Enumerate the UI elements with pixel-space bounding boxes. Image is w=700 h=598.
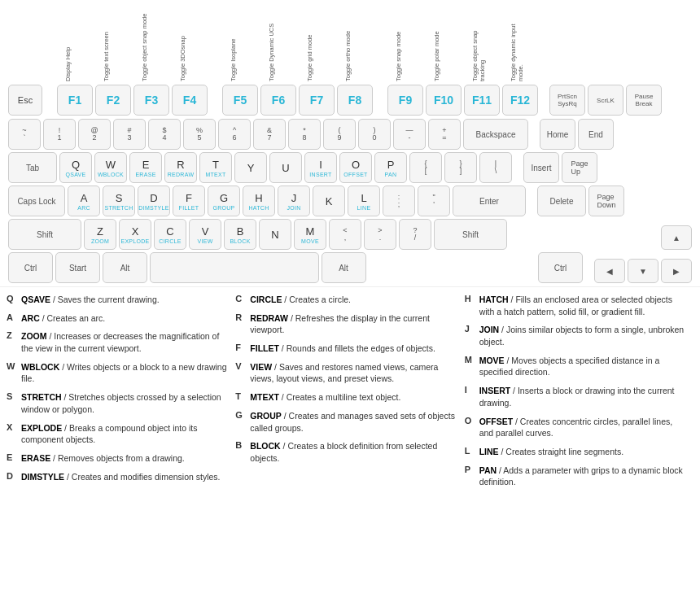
arrow-right-key[interactable]: ▶ [661, 259, 692, 283]
backspace-key[interactable]: Backspace [463, 119, 528, 150]
tab-key[interactable]: Tab [8, 152, 57, 183]
f10-key[interactable]: F10 [426, 85, 462, 116]
semicolon-key[interactable]: : ; [383, 186, 415, 216]
equals-key[interactable]: + = [428, 119, 461, 150]
z-key[interactable]: Z ZOOM [84, 219, 116, 250]
legend-a: A ARC / Creates an arc. [7, 312, 227, 325]
f4-key[interactable]: F4 [172, 85, 208, 116]
start-key[interactable]: Start [55, 252, 100, 283]
scrlk-key[interactable]: ScrLK [588, 85, 623, 116]
arrow-left-key[interactable]: ◀ [594, 259, 625, 283]
legend-d: D DIMSTYLE / Creates and modifies dimens… [7, 471, 227, 483]
9-key[interactable]: ( 9 [323, 119, 356, 150]
f3-key[interactable]: F3 [133, 85, 169, 116]
ctrl-right-key[interactable]: Ctrl [538, 252, 583, 283]
f12-key[interactable]: F12 [502, 85, 538, 116]
h-key[interactable]: H HATCH [243, 186, 275, 216]
legend-w: W WBLOCK / Writes objects or a block to … [7, 361, 227, 385]
legend-s: S STRETCH / Stretches objects crossed by… [7, 391, 227, 415]
o-key[interactable]: O OFFSET [339, 152, 372, 183]
enter-key[interactable]: Enter [453, 186, 526, 216]
quote-key[interactable]: " ' [418, 186, 450, 216]
f10-label: Toggle polar mode [433, 8, 469, 81]
pipe-key[interactable]: | \ [479, 152, 512, 183]
minus-key[interactable]: — - [393, 119, 426, 150]
3-key[interactable]: # 3 [113, 119, 146, 150]
i-key[interactable]: I INSERT [304, 152, 337, 183]
s-key[interactable]: S STRETCH [103, 186, 135, 216]
a-key[interactable]: A ARC [68, 186, 100, 216]
f5-label: Toggle Isoplane [230, 8, 265, 81]
g-key[interactable]: G GROUP [208, 186, 240, 216]
f-key[interactable]: F FILLET [173, 186, 205, 216]
f11-label: Toggle object snap tracking [471, 8, 507, 81]
legend-col-3: H HATCH / Fills an enclosed area or sele… [465, 294, 693, 495]
legend-l: L LINE / Creates straight line segments. [465, 446, 685, 458]
prtscn-key[interactable]: PrtScnSysRq [549, 85, 585, 116]
u-key[interactable]: U [269, 152, 302, 183]
rbrace-key[interactable]: } ] [444, 152, 477, 183]
m-key[interactable]: M MOVE [294, 219, 326, 250]
0-key[interactable]: ) 0 [358, 119, 391, 150]
slash-key[interactable]: ? / [399, 219, 431, 250]
f9-key[interactable]: F9 [387, 85, 423, 116]
space-key[interactable] [150, 252, 319, 283]
arrow-up-key[interactable]: ▲ [661, 225, 692, 250]
f6-key[interactable]: F6 [260, 85, 296, 116]
pgdn-key[interactable]: PageDown [588, 186, 624, 216]
n-key[interactable]: N [259, 219, 291, 250]
ctrl-left-key[interactable]: Ctrl [8, 252, 53, 283]
t-key[interactable]: T MTEXT [199, 152, 232, 183]
insert-key[interactable]: Insert [523, 152, 559, 183]
v-key[interactable]: V VIEW [189, 219, 221, 250]
w-key[interactable]: W WBLOCK [94, 152, 127, 183]
shift-right-key[interactable]: Shift [434, 219, 507, 250]
comma-key[interactable]: < , [329, 219, 361, 250]
delete-key[interactable]: Delete [537, 186, 586, 216]
x-key[interactable]: X EXPLODE [119, 219, 151, 250]
alt-left-key[interactable]: Alt [103, 252, 147, 283]
f7-key[interactable]: F7 [299, 85, 335, 116]
b-key[interactable]: B BLOCK [224, 219, 256, 250]
esc-key[interactable]: Esc [8, 85, 42, 116]
legend-q: Q QSAVE / Saves the current drawing. [7, 294, 227, 306]
r-key[interactable]: R REDRAW [164, 152, 197, 183]
p-key[interactable]: P PAN [374, 152, 407, 183]
f1-key[interactable]: F1 [57, 85, 93, 116]
pgup-key[interactable]: PageUp [562, 152, 597, 183]
shift-left-key[interactable]: Shift [8, 219, 81, 250]
f11-key[interactable]: F11 [464, 85, 500, 116]
2-key[interactable]: @ 2 [78, 119, 111, 150]
f5-key[interactable]: F5 [222, 85, 258, 116]
y-key[interactable]: Y [234, 152, 267, 183]
period-key[interactable]: > . [364, 219, 396, 250]
5-key[interactable]: % 5 [183, 119, 216, 150]
home-key[interactable]: Home [540, 119, 575, 150]
k-key[interactable]: K [313, 186, 345, 216]
4-key[interactable]: $ 4 [148, 119, 181, 150]
d-key[interactable]: D DIMSTYLE [138, 186, 170, 216]
lbrace-key[interactable]: { [ [409, 152, 442, 183]
8-key[interactable]: * 8 [288, 119, 321, 150]
bottom-row: Ctrl Start Alt Alt Ctrl ◀ ▼ ▶ [8, 252, 692, 283]
legend-p: P PAN / Adds a parameter with grips to a… [465, 465, 685, 488]
1-key[interactable]: ! 1 [43, 119, 76, 150]
end-key[interactable]: End [578, 119, 614, 150]
arrow-down-key[interactable]: ▼ [628, 259, 658, 283]
q-key[interactable]: Q QSAVE [59, 152, 92, 183]
fkey-row: Esc F1 F2 F3 F4 F5 F6 F7 F8 F9 F10 F11 F… [8, 85, 692, 116]
legend-o: O OFFSET / Creates concentric circles, p… [465, 416, 685, 439]
alt-right-key[interactable]: Alt [322, 252, 366, 283]
l-key[interactable]: L LINE [348, 186, 380, 216]
tilde-key[interactable]: ~ ` [8, 119, 41, 150]
6-key[interactable]: ^ 6 [218, 119, 251, 150]
j-key[interactable]: J JOIN [278, 186, 310, 216]
pause-key[interactable]: PauseBreak [626, 85, 662, 116]
c-key[interactable]: C CIRCLE [154, 219, 186, 250]
7-key[interactable]: & 7 [253, 119, 286, 150]
f8-key[interactable]: F8 [337, 85, 373, 116]
capslock-key[interactable]: Caps Lock [8, 186, 65, 216]
legend-c: C CIRCLE / Creates a circle. [235, 294, 456, 306]
e-key[interactable]: E ERASE [129, 152, 162, 183]
f2-key[interactable]: F2 [95, 85, 131, 116]
